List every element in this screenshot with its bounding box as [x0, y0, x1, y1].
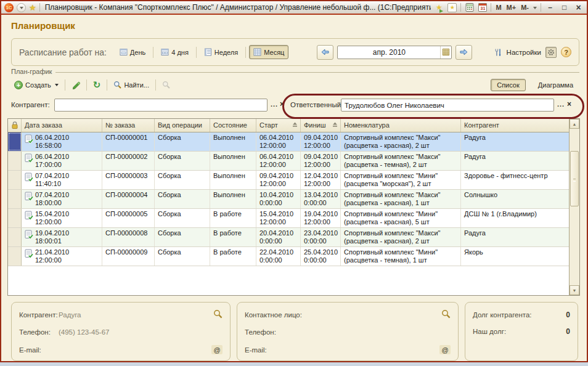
order-no-cell[interactable]: СП-00000001 [102, 132, 155, 151]
nomenclature-cell[interactable]: Спортивный комплекс "Мини" (расцветка "м… [341, 171, 461, 189]
nomenclature-cell[interactable]: Спортивный комплекс "Мини" (расцветка - … [341, 209, 461, 227]
finish-cell[interactable]: 19.04.2010 12:00:00 [301, 209, 341, 227]
row-selector-cell[interactable] [8, 190, 22, 208]
operation-cell[interactable]: Сборка [155, 132, 210, 151]
row-selector-cell[interactable] [8, 228, 22, 246]
period-input[interactable]: апр. 2010 [337, 46, 452, 59]
system-menu-button[interactable] [17, 3, 26, 12]
counterparty-cell[interactable]: Солнышко [461, 190, 569, 208]
order-no-cell[interactable]: СП-00000008 [102, 228, 155, 246]
maximize-button[interactable]: □ [559, 3, 570, 12]
order-date-cell[interactable]: 21.04.2010 12:00:00 [22, 247, 102, 266]
operation-cell[interactable]: Сборка [155, 190, 210, 208]
start-cell[interactable]: 09.04.2010 12:00:00 [256, 171, 301, 189]
state-cell[interactable]: В работе [210, 247, 256, 266]
next-period-button[interactable] [455, 45, 472, 60]
history-icon[interactable]: ★ [434, 3, 444, 12]
column-header-finish[interactable]: Финиш [301, 119, 341, 132]
settings-gear-button[interactable] [545, 47, 557, 58]
state-cell[interactable]: Выполнен [210, 152, 256, 170]
calendar-picker-icon[interactable] [440, 46, 451, 59]
operation-cell[interactable]: Сборка [155, 228, 210, 246]
scrollbar-thumb[interactable] [570, 151, 579, 206]
help-button[interactable]: ? [561, 47, 571, 57]
column-header-start[interactable]: Старт [256, 119, 301, 132]
refresh-button[interactable]: ↻ [90, 79, 104, 91]
tab-list[interactable]: Список [491, 79, 526, 91]
order-date-cell[interactable]: 07.04.2010 18:00:00 [22, 190, 102, 208]
start-cell[interactable]: 10.04.2010 0:00:00 [256, 190, 301, 208]
state-cell[interactable]: Выполнен [210, 132, 256, 151]
nomenclature-cell[interactable]: Спортивный комплекс "Макси" (расцветка -… [341, 190, 461, 208]
create-button[interactable]: + Создать [11, 79, 62, 91]
find-button[interactable]: Найти... [110, 79, 152, 91]
cancel-search-button[interactable] [159, 79, 173, 91]
view-week-button[interactable]: Неделя [200, 45, 242, 59]
scroll-up-button[interactable]: ▲ [570, 119, 579, 129]
order-no-cell[interactable]: СП-00000002 [102, 152, 155, 170]
tab-diagram[interactable]: Диаграмма [532, 79, 579, 91]
previous-period-button[interactable] [317, 45, 333, 60]
column-header-date[interactable]: Дата заказа [22, 119, 102, 132]
counterparty-clear-button[interactable]: × [280, 100, 284, 108]
operation-cell[interactable]: Сборка [155, 247, 210, 266]
finish-cell[interactable]: 12.04.2010 12:00:00 [301, 171, 341, 189]
responsible-choose-button[interactable]: ... [557, 100, 565, 108]
table-row[interactable]: 06.04.2010 17:00:00 СП-00000002 Сборка В… [8, 152, 569, 171]
counterparty-cell[interactable]: Радуга [461, 152, 569, 170]
responsible-filter-input[interactable]: Трудолюбов Олег Николаевич [341, 99, 554, 112]
start-cell[interactable]: 15.04.2010 12:00:00 [256, 209, 301, 227]
state-cell[interactable]: В работе [210, 228, 256, 246]
edit-button[interactable] [68, 79, 83, 91]
add-favorite-icon[interactable]: ★ [447, 3, 457, 12]
order-no-cell[interactable]: СП-00000005 [102, 209, 155, 227]
finish-cell[interactable]: 13.04.2010 0:00:00 [301, 190, 341, 208]
close-button[interactable]: × [573, 3, 584, 12]
favorites-star-icon[interactable]: ★ [29, 3, 36, 12]
table-row[interactable]: 21.04.2010 12:00:00 СП-00000009 Сборка В… [8, 247, 569, 266]
send-email-button[interactable]: @ [439, 345, 451, 354]
table-row[interactable]: 06.04.2010 16:58:00 СП-00000001 Сборка В… [8, 132, 569, 152]
operation-cell[interactable]: Сборка [155, 171, 210, 189]
row-selector-cell[interactable] [8, 247, 22, 266]
operation-cell[interactable]: Сборка [155, 209, 210, 227]
settings-button[interactable]: Настройки [507, 49, 541, 56]
memory-store-button[interactable]: M [495, 3, 502, 12]
state-cell[interactable]: Выполнен [210, 171, 256, 189]
table-row[interactable]: 07.04.2010 11:40:10 СП-00000003 Сборка В… [8, 171, 569, 190]
table-row[interactable]: 19.04.2010 18:00:01 СП-00000008 Сборка В… [8, 228, 569, 247]
counterparty-cell[interactable]: ДСШ № 1 (г.Владимир) [461, 209, 569, 227]
state-cell[interactable]: Выполнен [210, 190, 256, 208]
scroll-down-button[interactable]: ▼ [570, 285, 579, 295]
lock-column-header[interactable] [8, 119, 22, 132]
counterparty-cell[interactable]: Радуга [461, 132, 569, 151]
row-selector-cell[interactable] [8, 152, 22, 170]
order-no-cell[interactable]: СП-00000003 [102, 171, 155, 189]
table-row[interactable]: 07.04.2010 18:00:00 СП-00000004 Сборка В… [8, 190, 569, 209]
row-selector-cell[interactable] [8, 209, 22, 227]
view-month-button[interactable]: Месяц [249, 45, 288, 59]
row-selector-cell[interactable] [8, 171, 22, 189]
column-header-operation[interactable]: Вид операции [155, 119, 210, 132]
counterparty-cell[interactable]: Якорь [461, 247, 569, 266]
column-header-order-no[interactable]: № заказа [102, 119, 155, 132]
nomenclature-cell[interactable]: Спортивный комплекс "Мини" (расцветка - … [341, 247, 461, 266]
order-no-cell[interactable]: СП-00000004 [102, 190, 155, 208]
view-4days-button[interactable]: 4 дня [157, 45, 193, 59]
order-date-cell[interactable]: 06.04.2010 16:58:00 [22, 132, 102, 151]
column-header-nomenclature[interactable]: Номенклатура [341, 119, 461, 132]
table-row[interactable]: 15.04.2010 12:00:00 СП-00000005 Сборка В… [8, 209, 569, 228]
start-cell[interactable]: 06.04.2010 12:00:00 [256, 132, 301, 151]
contact-open-button[interactable] [441, 309, 451, 320]
start-cell[interactable]: 20.04.2010 0:00:00 [256, 228, 301, 246]
finish-cell[interactable]: 09.04.2010 12:00:00 [301, 132, 341, 151]
start-cell[interactable]: 22.04.2010 0:00:00 [256, 247, 301, 266]
nomenclature-cell[interactable]: Спортивный комплекс "Макси" (расцветка -… [341, 228, 461, 246]
operation-cell[interactable]: Сборка [155, 152, 210, 170]
chevron-down-icon[interactable] [533, 7, 537, 11]
finish-cell[interactable]: 09.04.2010 12:00:00 [301, 152, 341, 170]
responsible-clear-button[interactable]: × [567, 100, 571, 108]
finish-cell[interactable]: 25.04.2010 0:00:00 [301, 247, 341, 266]
start-cell[interactable]: 06.04.2010 12:00:00 [256, 152, 301, 170]
view-day-button[interactable]: День [115, 45, 150, 59]
